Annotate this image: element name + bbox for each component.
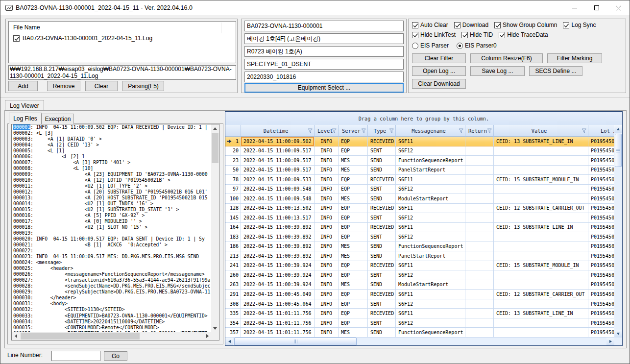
grid-cell[interactable]: 308 [225,299,241,309]
grid-cell[interactable]: CEID: 13 SUBSTRATE_LINE_IN [494,137,588,146]
grid-cell[interactable]: EQP [339,185,368,194]
grid-cell[interactable]: SEND [368,194,396,204]
parser-radio[interactable]: EIS Parser0 [457,42,497,49]
grid-cell[interactable]: INFO [315,194,339,204]
grid-row[interactable]: 972022-04-15 11:00:09.548INFOEQPSENTS6F1… [225,185,614,194]
grid-cell[interactable]: SENT [368,213,396,223]
file-path-box[interactable]: ₩₩192.168.8.217₩eisap03_eislog₩BA0723-OV… [8,65,236,80]
filter-funnel-icon[interactable] [332,128,337,133]
grid-cell[interactable]: 2022-04-15 11:00:45.049 [241,290,315,299]
grid-row[interactable]: 1452022-04-15 11:00:13.517INFOEQPSENTS6F… [225,213,614,223]
grid-cell[interactable]: P0195450 [588,318,614,328]
grid-cell[interactable]: S6F11 [396,137,465,146]
grid-cell[interactable] [465,318,494,328]
grid-cell[interactable]: INFO [315,328,339,338]
grid-cell[interactable]: INFO [315,175,339,185]
filter-funnel-icon[interactable] [487,128,492,133]
grid-cell[interactable]: P0195450 [588,328,614,338]
grid-column-header[interactable]: Server [339,125,368,137]
grid-row[interactable]: 3352022-04-15 11:01:11.756INFOEQPRECEVIE… [225,309,614,318]
grid-cell[interactable]: EQP [339,137,368,146]
grid-column-header[interactable]: Messagename [396,125,465,137]
grid-cell[interactable]: EQP [339,318,368,328]
grid-cell[interactable]: P0195450 [588,175,614,185]
save-log-button[interactable]: Save Log ... [470,66,525,76]
grid-cell[interactable]: RECEVIED [368,137,396,146]
grid-cell[interactable]: 2022-04-15 11:00:39.892 [241,251,315,261]
grid-cell[interactable]: CEID: 12 SUBSTRATE_CARRIER_OUT [494,204,588,214]
grid-row[interactable]: 2912022-04-15 11:00:45.049INFOEQPRECEVIE… [225,290,614,299]
grid-cell[interactable]: 260 [225,270,241,280]
grid-cell[interactable] [465,328,494,338]
tab-execption[interactable]: Execption [42,114,74,124]
filter-funnel-icon[interactable] [308,128,313,133]
grid-cell[interactable]: S6F11 [396,309,465,318]
grid-cell[interactable]: S6F12 [396,270,465,280]
grid-cell[interactable]: 213 [225,251,241,261]
grid-cell[interactable]: S6F12 [396,213,465,223]
grid-cell[interactable]: SEND [368,328,396,338]
grid-cell[interactable] [494,166,588,175]
grid-row[interactable]: 3572022-04-15 11:01:11.756INFOMESSENDFun… [225,328,614,338]
grid-cell[interactable] [465,166,494,175]
grid-row[interactable]: 2632022-04-15 11:00:39.924INFOMESSENDMod… [225,280,614,290]
grid-column-header[interactable]: Lot i [588,125,614,137]
grid-cell[interactable] [494,251,588,261]
grid-cell[interactable]: P0195450 [588,251,614,261]
grid-cell[interactable]: P0195450 [588,242,614,252]
grid-cell[interactable]: INFO [315,290,339,299]
grid-cell[interactable] [494,328,588,338]
grid-scroll-up-button[interactable] [614,125,622,133]
grid-row[interactable]: 232022-04-15 11:00:09.517INFOMESSENDFunc… [225,156,614,166]
grid-cell[interactable]: P0195450 [588,261,614,271]
grid-cell[interactable]: 2022-04-15 11:01:11.756 [241,318,315,328]
tab-log-viewer[interactable]: Log Viewer [5,100,44,111]
grid-cell[interactable]: 2022-04-15 11:00:39.892 [241,242,315,252]
grid-cell[interactable]: PanelStartReport [396,251,465,261]
grid-cell[interactable] [465,251,494,261]
clear-button[interactable]: Clear [85,81,118,91]
file-item-checkbox[interactable] [13,35,20,42]
option-checkbox[interactable]: Hide TraceData [499,31,548,38]
grid-cell[interactable]: SENT [368,232,396,242]
grid-row[interactable]: 202022-04-15 11:00:09.517INFOEQPSENTS6F1… [225,146,614,156]
grid-cell[interactable]: 183 [225,232,241,242]
grid-cell[interactable]: CEID: 15 SUBSTRATE_MODULE_IN [494,175,588,185]
grid-cell[interactable]: S6F12 [396,299,465,309]
grid-cell[interactable] [465,204,494,214]
grid-cell[interactable]: FunctionSequenceReport [396,328,465,338]
grid-cell[interactable]: EQP [339,261,368,271]
filter-funnel-icon[interactable] [459,128,464,133]
grid-cell[interactable] [494,242,588,252]
grid-cell[interactable]: ModuleStartReport [396,280,465,290]
grid-cell[interactable]: RECEVIED [368,290,396,299]
grid-cell[interactable]: CEID: 13 SUBSTRATE_LINE_IN [494,223,588,233]
grid-cell[interactable]: S6F12 [396,318,465,328]
grid-cell[interactable] [465,261,494,271]
grid-cell[interactable]: 2022-04-15 11:01:11.756 [241,328,315,338]
grid-cell[interactable]: S6F11 [396,290,465,299]
grid-cell[interactable]: S6F12 [396,232,465,242]
add-button[interactable]: Add [8,81,38,91]
grid-cell[interactable] [494,185,588,194]
column-resize-button[interactable]: Column Resize(F6) [470,53,543,63]
grid-cell[interactable]: 2022-04-15 11:00:09.517 [241,166,315,175]
grid-cell[interactable]: 291 [225,290,241,299]
grid-cell[interactable]: 2022-04-15 11:00:09.517 [241,156,315,166]
grid-hscroll-thumb[interactable] [234,338,357,345]
grid-column-header[interactable] [225,125,241,137]
close-button[interactable] [607,0,630,15]
filter-funnel-icon[interactable] [389,128,394,133]
grid-cell[interactable]: 2022-04-15 11:00:39.892 [241,223,315,233]
file-list-item[interactable]: BA0723-OVNA-1130-000001_2022-04-15_11.Lo… [13,35,152,42]
log-vscroll-thumb[interactable] [212,133,218,163]
grid-cell[interactable]: 97 [225,185,241,194]
option-checkbox[interactable]: Hide LinkTest [412,31,456,38]
grid-cell[interactable]: 78 [225,175,241,185]
grid-cell[interactable]: CEID: 15 SUBSTRATE_MODULE_IN [494,261,588,271]
grid-cell[interactable] [465,242,494,252]
grid-cell[interactable]: SENT [368,318,396,328]
log-hscroll-thumb[interactable] [21,333,140,340]
grid-cell[interactable]: 20 [225,146,241,156]
secs-define-button[interactable]: SECS Define ... [529,66,582,76]
